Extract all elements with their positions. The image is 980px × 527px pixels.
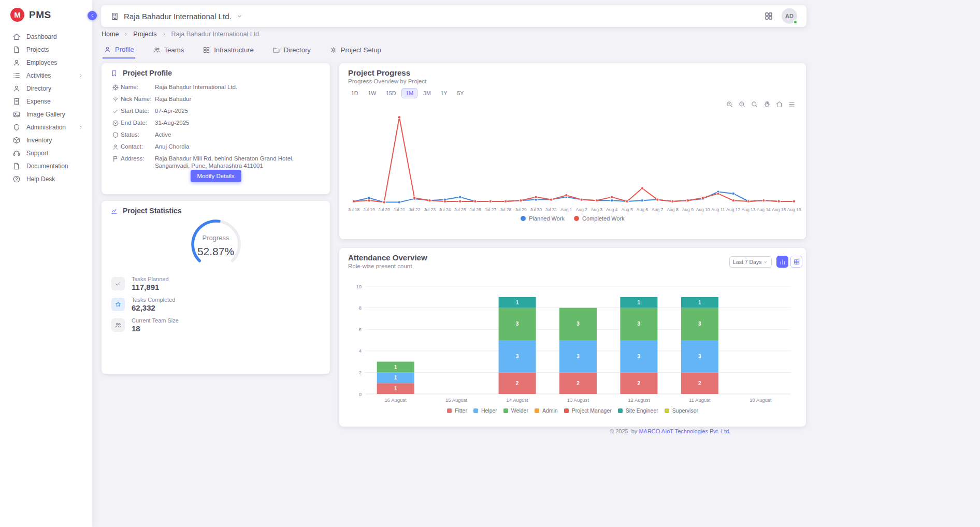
svg-text:10 August: 10 August bbox=[750, 397, 772, 403]
svg-text:13 August: 13 August bbox=[567, 397, 589, 403]
range-15d[interactable]: 15D bbox=[382, 88, 400, 98]
legend-item-helper[interactable]: Helper bbox=[473, 407, 497, 414]
field-label: Nick Name: bbox=[121, 95, 155, 103]
zoom-in-icon[interactable] bbox=[726, 100, 733, 108]
legend-item-planned-work[interactable]: Planned Work bbox=[521, 215, 565, 222]
breadcrumb-item-home[interactable]: Home bbox=[102, 31, 119, 38]
stat-label: Tasks Planned bbox=[132, 276, 169, 282]
pan-icon[interactable] bbox=[763, 100, 771, 108]
sidebar-item-inventory[interactable]: Inventory bbox=[0, 134, 92, 147]
sidebar-item-label: Inventory bbox=[26, 137, 52, 144]
date-range-select[interactable]: Last 7 Days bbox=[729, 256, 772, 268]
table-view-toggle[interactable] bbox=[790, 256, 802, 268]
legend-label: Supervisor bbox=[672, 407, 698, 414]
svg-text:1: 1 bbox=[394, 375, 397, 380]
gear-icon bbox=[329, 46, 337, 54]
file-icon bbox=[12, 46, 21, 54]
users-icon bbox=[111, 318, 125, 332]
chart-view-toggle[interactable] bbox=[776, 256, 788, 268]
shield-icon bbox=[12, 123, 21, 131]
x-axis-label: Aug 16 bbox=[787, 207, 801, 212]
logo-icon: M bbox=[10, 8, 24, 22]
legend-item-fitter[interactable]: Fitter bbox=[447, 407, 467, 414]
x-axis-label: Aug 1 bbox=[560, 207, 572, 212]
profile-fields: Name:Raja Bahadur International Ltd.Nick… bbox=[102, 79, 330, 171]
x-axis-label: Aug 4 bbox=[606, 207, 617, 212]
legend-item-completed-work[interactable]: Completed Work bbox=[574, 215, 625, 222]
breadcrumb-item-projects[interactable]: Projects bbox=[133, 31, 156, 38]
svg-text:4: 4 bbox=[359, 348, 362, 354]
sidebar-item-help-desk[interactable]: Help Desk bbox=[0, 172, 92, 185]
tab-infrastructure[interactable]: Infrastructure bbox=[201, 43, 255, 58]
sidebar-item-dashboard[interactable]: Dashboard bbox=[0, 30, 92, 43]
x-axis-labels: Jul 18Jul 19Jul 20Jul 21Jul 22Jul 23Jul … bbox=[344, 207, 802, 214]
x-axis-label: Aug 9 bbox=[682, 207, 694, 212]
svg-text:3: 3 bbox=[638, 321, 641, 327]
svg-text:14 August: 14 August bbox=[506, 397, 528, 403]
sidebar-item-employees[interactable]: Employees bbox=[0, 56, 92, 69]
attendance-bar-chart: 024681016 August11115 August14 August233… bbox=[350, 280, 795, 404]
users-icon bbox=[153, 46, 161, 54]
gauge-label: Progress bbox=[184, 234, 248, 242]
tab-teams[interactable]: Teams bbox=[152, 43, 185, 58]
sidebar-item-documentation[interactable]: Documentation bbox=[0, 159, 92, 172]
tab-project-setup[interactable]: Project Setup bbox=[328, 43, 382, 58]
field-value: Raja Bahadur Mill Rd, behind Sheraton Gr… bbox=[155, 155, 321, 169]
field-value: Raja Bahadur bbox=[155, 95, 321, 103]
field-label: Address: bbox=[121, 155, 155, 162]
legend-item-admin[interactable]: Admin bbox=[535, 407, 558, 414]
sidebar-item-projects[interactable]: Projects bbox=[0, 43, 92, 56]
zoom-out-icon[interactable] bbox=[738, 100, 746, 108]
x-axis-label: Jul 26 bbox=[469, 207, 481, 212]
app-logo[interactable]: M PMS bbox=[0, 0, 92, 27]
reset-zoom-icon[interactable] bbox=[775, 100, 783, 108]
chart-menu-icon[interactable] bbox=[788, 100, 796, 108]
user-avatar[interactable]: AD bbox=[782, 8, 797, 24]
legend-item-supervisor[interactable]: Supervisor bbox=[665, 407, 698, 414]
sidebar-item-label: Activities bbox=[26, 72, 51, 79]
company-link[interactable]: MARCO AIoT Technologies Pvt. Ltd. bbox=[639, 428, 730, 434]
project-progress-card: Project Progress Progress Overview by Pr… bbox=[339, 63, 806, 239]
sidebar-item-administration[interactable]: Administration bbox=[0, 121, 92, 134]
check-icon bbox=[111, 277, 125, 290]
building-icon bbox=[110, 12, 119, 21]
range-1d[interactable]: 1D bbox=[347, 88, 362, 98]
range-5y[interactable]: 5Y bbox=[453, 88, 468, 98]
legend-swatch bbox=[618, 408, 623, 413]
file-icon bbox=[12, 162, 21, 170]
home-icon bbox=[12, 33, 21, 41]
range-3m[interactable]: 3M bbox=[419, 88, 435, 98]
chevron-down-icon bbox=[762, 259, 768, 265]
x-axis-label: Aug 12 bbox=[726, 207, 740, 212]
tab-directory[interactable]: Directory bbox=[271, 43, 312, 58]
range-1y[interactable]: 1Y bbox=[437, 88, 452, 98]
zoom-selection-icon[interactable] bbox=[751, 100, 758, 108]
svg-text:15 August: 15 August bbox=[445, 397, 468, 403]
x-axis-label: Jul 27 bbox=[484, 207, 496, 212]
help-icon bbox=[12, 175, 21, 183]
sidebar-collapse-button[interactable] bbox=[88, 11, 97, 20]
range-1w[interactable]: 1W bbox=[364, 88, 380, 98]
sidebar-item-image-gallery[interactable]: Image Gallery bbox=[0, 108, 92, 121]
gauge-arc bbox=[184, 213, 248, 274]
breadcrumb-item-raja-bahadur-international-ltd: Raja Bahadur International Ltd. bbox=[171, 31, 261, 38]
legend-swatch bbox=[447, 408, 452, 413]
tab-profile[interactable]: Profile bbox=[103, 43, 135, 58]
apps-grid-icon[interactable] bbox=[764, 11, 773, 21]
legend-item-project-manager[interactable]: Project Manager bbox=[564, 407, 612, 414]
legend-item-welder[interactable]: Welder bbox=[503, 407, 528, 414]
field-label: Name: bbox=[121, 83, 155, 91]
sidebar-item-expense[interactable]: Expense bbox=[0, 95, 92, 108]
stat-label: Current Team Size bbox=[132, 317, 179, 324]
progress-gauge: Progress 52.87% bbox=[184, 213, 248, 274]
sidebar-item-support[interactable]: Support bbox=[0, 147, 92, 159]
company-selector[interactable]: Raja Bahadur International Ltd. bbox=[110, 12, 243, 21]
sidebar-item-directory[interactable]: Directory bbox=[0, 82, 92, 95]
legend-swatch bbox=[521, 216, 526, 221]
legend-item-site-engineer[interactable]: Site Engineer bbox=[618, 407, 658, 414]
shield-icon bbox=[110, 131, 121, 139]
sidebar-item-activities[interactable]: Activities bbox=[0, 69, 92, 82]
modify-details-button[interactable]: Modify Details bbox=[190, 170, 241, 182]
chart-legend: Planned WorkCompleted Work bbox=[339, 215, 806, 222]
range-1m[interactable]: 1M bbox=[401, 88, 417, 98]
